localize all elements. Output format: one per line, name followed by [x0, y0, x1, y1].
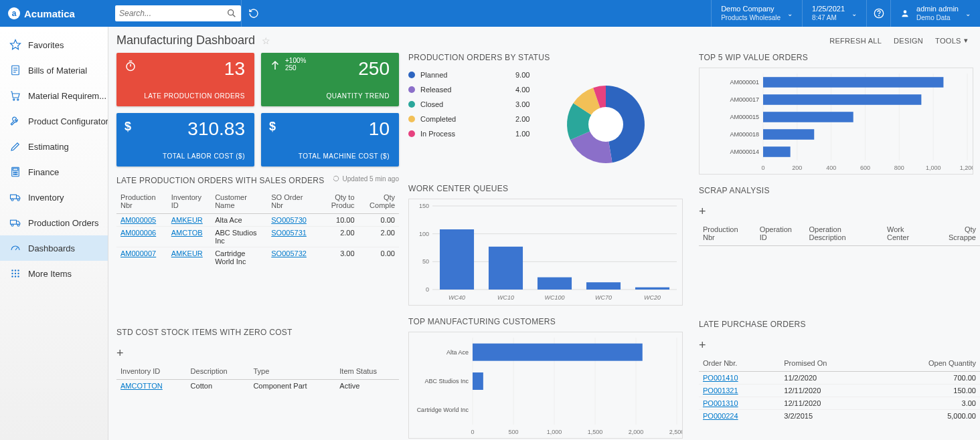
help-button[interactable] [866, 0, 890, 27]
user-sub: Demo Data [916, 14, 959, 22]
chevron-down-icon: ⌄ [965, 10, 971, 17]
svg-line-1 [233, 15, 236, 17]
user-menu[interactable]: admin adminDemo Data ⌄ [890, 0, 980, 27]
search-icon[interactable] [226, 8, 237, 19]
svg-point-3 [878, 15, 879, 16]
company-sub: Products Wholesale [721, 14, 781, 22]
company-selector[interactable]: Demo CompanyProducts Wholesale ⌄ [711, 0, 802, 27]
business-date: 1/25/2021 [812, 5, 845, 13]
chevron-down-icon: ⌄ [787, 10, 793, 17]
business-time: 8:47 AM [812, 14, 845, 22]
company-name: Demo Company [721, 5, 781, 13]
brand-logo-icon: a [8, 7, 20, 19]
search-input[interactable] [115, 5, 241, 21]
brand[interactable]: a Acumatica [0, 7, 108, 19]
help-icon [874, 8, 884, 19]
svg-point-0 [228, 10, 234, 15]
brand-text: Acumatica [24, 8, 75, 19]
date-selector[interactable]: 1/25/20218:47 AM ⌄ [802, 0, 866, 27]
user-name: admin admin [916, 5, 959, 13]
refresh-icon [248, 8, 259, 19]
search-wrap [115, 5, 241, 21]
chevron-down-icon: ⌄ [851, 10, 857, 17]
svg-point-4 [904, 10, 907, 13]
app-header: a Acumatica Demo CompanyProducts Wholesa… [0, 0, 980, 27]
user-icon [900, 9, 910, 18]
refresh-icon-button[interactable] [241, 0, 265, 27]
